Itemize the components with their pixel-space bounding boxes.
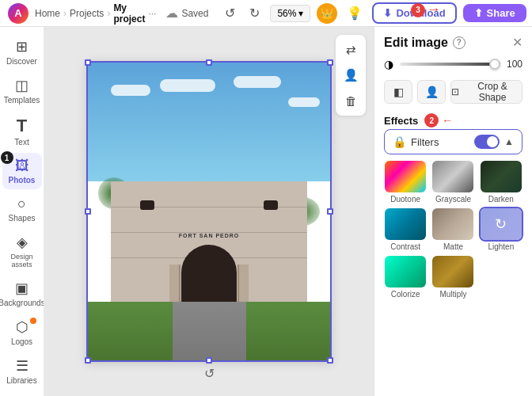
flip-button[interactable]: ◧: [384, 80, 412, 104]
sidebar-item-libraries[interactable]: ☰ Libraries: [2, 352, 42, 390]
sidebar-item-photos[interactable]: 1 🖼 Photos ←: [2, 153, 42, 189]
cloud-3: [234, 76, 281, 88]
share-icon: ⬆: [474, 7, 483, 19]
redo-button[interactable]: ↻: [245, 3, 264, 23]
tool-strip: ⇄ 👤 🗑: [336, 35, 366, 116]
trash-tool-button[interactable]: 🗑: [339, 89, 363, 112]
sidebar-label-discover: Discover: [6, 57, 37, 66]
filter-icon: 🔒: [393, 135, 406, 148]
crown-badge: 👑: [317, 3, 337, 24]
cloud-save-status: ☁ Saved: [165, 6, 208, 21]
breadcrumb-current[interactable]: My project: [113, 2, 145, 25]
zoom-button[interactable]: 56% ▾: [270, 5, 310, 22]
step2-badge: 2: [424, 113, 439, 128]
filter-grid: Duotone Grayscale Darken Contrast Matte: [374, 161, 532, 305]
logos-icon: ⬡: [16, 318, 28, 336]
sidebar-item-text[interactable]: T Text: [2, 111, 42, 151]
templates-icon: ◫: [15, 77, 28, 94]
filters-chevron-up[interactable]: ▲: [504, 136, 514, 147]
libraries-icon: ☰: [16, 357, 28, 375]
filter-label-matte: Matte: [443, 242, 463, 251]
breadcrumb-more[interactable]: ···: [148, 8, 156, 19]
filter-item-multiply[interactable]: Multiply: [431, 256, 474, 299]
undo-button[interactable]: ↺: [221, 3, 239, 23]
fort-wall: FORT SAN PEDRO: [111, 181, 307, 308]
filter-item-duotone[interactable]: Duotone: [384, 161, 427, 204]
share-button[interactable]: ⬆ Share: [463, 4, 526, 22]
filter-label-colorize: Colorize: [391, 290, 420, 299]
crop-label: Crop & Shape: [463, 81, 522, 103]
panel-title-group: Edit image ?: [384, 36, 466, 50]
topbar-actions: ↺ ↻ 56% ▾ 👑 💡 ⬇ Download ⬆ Share: [221, 2, 526, 25]
filter-label-multiply: Multiply: [440, 290, 467, 299]
filter-thumb-multiply: [432, 256, 473, 287]
canvas-area: ⇄ 👤 🗑: [44, 27, 374, 396]
sidebar-label-logos: Logos: [11, 337, 32, 346]
cloud-1: [111, 85, 150, 96]
transparency-slider[interactable]: [400, 63, 500, 66]
filters-toggle[interactable]: [474, 135, 500, 149]
filter-item-contrast[interactable]: Contrast: [384, 208, 427, 251]
lightbulb-button[interactable]: 💡: [344, 2, 366, 25]
cloud-2: [160, 79, 215, 92]
filter-item-matte[interactable]: Matte: [431, 208, 474, 251]
filter-item-lighten[interactable]: ↻ Lighten: [480, 208, 522, 251]
breadcrumb: Home › Projects › My project ···: [35, 2, 156, 25]
sidebar-item-backgrounds[interactable]: ▣ Backgrounds: [2, 275, 42, 312]
slider-thumb[interactable]: [489, 59, 500, 70]
step2-arrow-icon: ←: [442, 114, 453, 127]
panel-close-button[interactable]: ✕: [512, 35, 522, 50]
sidebar-item-design-assets[interactable]: ◈ Design assets: [2, 229, 42, 273]
brand-logo: A: [8, 3, 28, 24]
filter-thumb-darken: [481, 161, 522, 192]
swap-tool-button[interactable]: ⇄: [339, 38, 363, 62]
download-button[interactable]: ⬇ Download: [372, 2, 456, 24]
person-tool-button[interactable]: 👤: [339, 63, 363, 87]
shadow-button[interactable]: 👤: [417, 80, 446, 104]
logos-badge-dot: [30, 318, 36, 324]
breadcrumb-home[interactable]: Home: [35, 8, 60, 19]
download-icon: ⬇: [383, 7, 392, 19]
sidebar-item-logos[interactable]: ⬡ Logos: [2, 314, 42, 351]
trash-icon: 🗑: [345, 94, 357, 108]
saved-label: Saved: [181, 8, 208, 19]
filter-item-colorize[interactable]: Colorize: [384, 256, 427, 299]
filters-label: Filters: [411, 136, 469, 148]
filter-label-darken: Darken: [488, 195, 514, 204]
reset-button[interactable]: ↺: [204, 366, 215, 381]
filter-label-contrast: Contrast: [390, 242, 420, 251]
lighten-selected-icon: ↻: [481, 208, 522, 240]
photos-icon: 🖼: [15, 158, 29, 174]
effects-header: Effects 2 ←: [374, 110, 532, 129]
cloud-icon: ☁: [165, 6, 178, 21]
zoom-value: 56%: [277, 8, 296, 19]
sidebar-item-shapes[interactable]: ○ Shapes: [2, 191, 42, 227]
filters-toggle-row: 🔒 Filters ▲: [384, 129, 522, 154]
sidebar-label-backgrounds: Backgrounds: [0, 299, 44, 307]
filter-item-darken[interactable]: Darken: [480, 161, 522, 204]
canvas-image[interactable]: FORT SAN PEDRO: [86, 61, 332, 362]
breadcrumb-projects[interactable]: Projects: [70, 8, 104, 19]
sidebar-label-templates: Templates: [4, 96, 40, 105]
filter-thumb-contrast: [385, 208, 426, 240]
filter-thumb-lighten: ↻: [481, 208, 522, 240]
crop-shape-button[interactable]: ⊡ Crop & Shape: [450, 80, 522, 104]
shadow-icon: 👤: [425, 86, 439, 98]
transparency-value: 100: [507, 59, 522, 70]
person-icon: 👤: [344, 68, 359, 82]
transparency-slider-row: ◑ 100: [374, 55, 532, 77]
main-layout: ⊞ Discover ◫ Templates T Text 1 🖼 Photos…: [0, 27, 532, 396]
effects-label: Effects: [384, 115, 418, 127]
cloud-4: [288, 97, 320, 107]
filter-item-grayscale[interactable]: Grayscale: [431, 161, 474, 204]
help-icon[interactable]: ?: [453, 36, 466, 49]
flip-icon: ◧: [393, 86, 404, 98]
shapes-icon: ○: [17, 196, 26, 212]
sidebar-item-templates[interactable]: ◫ Templates: [2, 72, 42, 109]
filter-label-lighten: Lighten: [488, 242, 514, 251]
crop-icon: ⊡: [451, 86, 459, 97]
swap-icon: ⇄: [346, 43, 356, 57]
zoom-chevron-icon: ▾: [298, 8, 303, 19]
sidebar-item-discover[interactable]: ⊞ Discover: [2, 33, 42, 70]
discover-icon: ⊞: [16, 38, 28, 55]
